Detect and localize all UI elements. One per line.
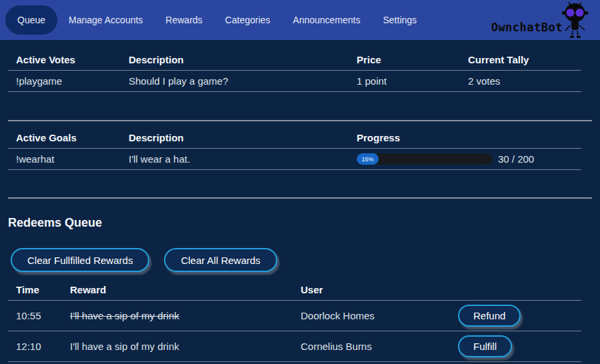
progress-fill: 15% bbox=[357, 153, 379, 165]
redeems-actions: Clear Fullfilled Rewards Clear All Rewar… bbox=[11, 248, 600, 272]
active-goals-table: Active Goals Description Progress !wearh… bbox=[8, 132, 581, 170]
column-header: Time bbox=[16, 284, 70, 300]
app-logo: OwnchatBot bbox=[491, 1, 591, 39]
redeem-time: 12:10 bbox=[16, 341, 70, 352]
active-votes-table: Active Votes Description Price Current T… bbox=[8, 54, 581, 92]
table-row: !wearhat I'll wear a hat. 15% 30 / 200 bbox=[8, 149, 581, 170]
column-header: User bbox=[301, 284, 458, 300]
progress-bar: 15% bbox=[357, 153, 492, 165]
column-header: Active Goals bbox=[16, 132, 129, 148]
tab-categories[interactable]: Categories bbox=[214, 0, 282, 40]
tab-rewards[interactable]: Rewards bbox=[154, 0, 213, 40]
column-header: Current Tally bbox=[468, 54, 581, 70]
refund-button[interactable]: Refund bbox=[458, 305, 521, 327]
column-header: Description bbox=[129, 54, 357, 70]
redeems-header-row: Time Reward User bbox=[8, 284, 581, 301]
clear-all-button[interactable]: Clear All Rewards bbox=[164, 248, 277, 272]
clear-fulfilled-button[interactable]: Clear Fullfilled Rewards bbox=[11, 248, 149, 272]
section-divider bbox=[8, 197, 592, 199]
tab-settings[interactable]: Settings bbox=[371, 0, 428, 40]
vote-description: Should I play a game? bbox=[129, 71, 357, 91]
app-logo-text: OwnchatBot bbox=[491, 21, 563, 35]
active-votes-header-row: Active Votes Description Price Current T… bbox=[8, 54, 581, 71]
column-header: Reward bbox=[70, 284, 301, 300]
robot-mascot-icon bbox=[560, 1, 591, 39]
goals-top-divider bbox=[8, 120, 592, 121]
page-title: Redeems Queue bbox=[8, 216, 600, 230]
table-row: !playgame Should I play a game? 1 point … bbox=[8, 71, 581, 92]
vote-tally: 2 votes bbox=[468, 71, 581, 91]
column-header: Description bbox=[129, 132, 357, 148]
progress-count: 30 / 200 bbox=[498, 153, 534, 165]
fulfill-button[interactable]: Fulfill bbox=[458, 335, 512, 357]
redeems-table: Time Reward User 10:55 I'll have a sip o… bbox=[8, 284, 581, 362]
goal-description: I'll wear a hat. bbox=[129, 149, 357, 169]
column-header: Active Votes bbox=[16, 54, 129, 70]
goal-command: !wearhat bbox=[16, 149, 129, 169]
tab-queue[interactable]: Queue bbox=[5, 5, 57, 35]
vote-command: !playgame bbox=[16, 71, 129, 91]
redeem-time: 10:55 bbox=[16, 310, 70, 321]
goal-progress: 15% 30 / 200 bbox=[357, 149, 581, 169]
reward-text: I'll have a sip of my drink bbox=[70, 341, 301, 352]
top-navigation: Queue Manage Accounts Rewards Categories… bbox=[0, 0, 600, 40]
column-header: Price bbox=[357, 54, 468, 70]
active-goals-header-row: Active Goals Description Progress bbox=[8, 132, 581, 149]
redeem-user: Cornelius Burns bbox=[301, 341, 458, 352]
vote-price: 1 point bbox=[357, 71, 468, 91]
redeem-row: 10:55 I'll have a sip of my drink Doorlo… bbox=[8, 301, 581, 331]
redeem-row: 12:10 I'll have a sip of my drink Cornel… bbox=[8, 331, 581, 362]
redeem-user: Doorlock Homes bbox=[301, 310, 458, 321]
column-header: Progress bbox=[357, 132, 581, 148]
reward-text: I'll have a sip of my drink bbox=[70, 310, 301, 321]
tab-manage-accounts[interactable]: Manage Accounts bbox=[57, 0, 154, 40]
tab-announcements[interactable]: Announcements bbox=[281, 0, 371, 40]
